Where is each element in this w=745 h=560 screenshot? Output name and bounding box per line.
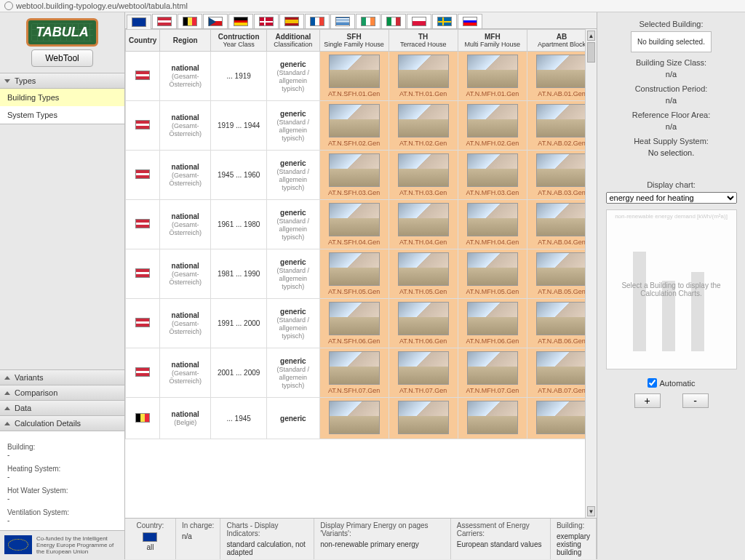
typology-grid: CountryRegionContructionYear ClassAdditi… [125, 29, 597, 439]
table-row: national(Gesamt-Österreich)... 1919gener… [126, 52, 597, 101]
building-code: AT.N.MFH.01.Gen [466, 90, 519, 97]
acc-types-header[interactable]: Types [0, 73, 124, 89]
table-row: national(Gesamt-Österreich)1991 ... 2000… [126, 299, 597, 348]
acc-calc-header[interactable]: Calculation Details [0, 416, 124, 431]
building-cell[interactable]: AT.N.SFH.02.Gen [319, 101, 389, 151]
scroll-thumb[interactable] [587, 42, 595, 63]
building-cell[interactable] [389, 398, 458, 439]
building-code: AT.N.MFH.02.Gen [466, 140, 519, 147]
building-code: AT.N.SFH.05.Gen [328, 288, 380, 295]
acc-variants-header[interactable]: Variants [0, 370, 124, 385]
country-tab-se[interactable] [432, 14, 457, 28]
building-cell[interactable]: AT.N.TH.05.Gen [389, 249, 458, 299]
building-code: AT.N.SFH.03.Gen [328, 189, 380, 196]
scroll-up-arrow-icon[interactable]: ▲ [587, 31, 595, 41]
flag-icon [135, 268, 150, 278]
building-cell[interactable] [319, 398, 389, 439]
flag-icon-pl [412, 17, 426, 26]
building-cell[interactable]: AT.N.MFH.07.Gen [458, 348, 527, 398]
building-thumb [467, 153, 518, 187]
selected-building-label: Selected Building: [639, 20, 703, 28]
building-thumb [536, 55, 587, 88]
building-code: AT.N.AB.01.Gen [538, 90, 585, 97]
table-row: national(Gesamt-Österreich)1919 ... 1944… [126, 101, 597, 151]
building-code: AT.N.TH.06.Gen [399, 337, 447, 345]
building-code: AT.N.SFH.06.Gen [328, 337, 380, 345]
building-cell[interactable]: AT.N.MFH.05.Gen [458, 249, 527, 299]
building-cell[interactable]: AT.N.MFH.06.Gen [458, 299, 527, 348]
building-cell[interactable]: AT.N.TH.07.Gen [389, 348, 458, 398]
building-code: AT.N.AB.02.Gen [538, 140, 585, 147]
flag-icon [135, 318, 150, 327]
webtool-button[interactable]: WebTool [31, 49, 92, 67]
building-cell[interactable]: AT.N.SFH.01.Gen [319, 52, 389, 101]
country-tab-it[interactable] [381, 14, 406, 28]
building-cell[interactable]: AT.N.SFH.03.Gen [319, 151, 389, 200]
country-tab-ie[interactable] [356, 14, 381, 28]
acc-data-header[interactable]: Data [0, 401, 124, 416]
nav-building-types[interactable]: Building Types [0, 89, 124, 106]
building-cell[interactable]: AT.N.TH.06.Gen [389, 299, 458, 348]
building-code: AT.N.TH.04.Gen [399, 239, 447, 246]
building-cell[interactable]: AT.N.SFH.06.Gen [319, 299, 389, 348]
country-tab-dk[interactable] [254, 14, 279, 28]
country-tab-fr[interactable] [305, 14, 330, 28]
building-thumb [329, 203, 380, 236]
building-thumb [329, 104, 380, 137]
building-thumb [467, 55, 518, 88]
acc-comparison-header[interactable]: Comparison [0, 385, 124, 401]
nav-system-types[interactable]: System Types [0, 106, 124, 124]
col-header: THTerraced House [389, 30, 458, 52]
building-cell[interactable]: AT.N.SFH.07.Gen [319, 348, 389, 398]
country-tab-cz[interactable] [203, 14, 228, 28]
flag-icon-dk [259, 17, 274, 26]
building-code: AT.N.TH.05.Gen [399, 288, 447, 295]
right-panel: Selected Building: No building selected.… [597, 12, 745, 559]
country-tab-si[interactable] [458, 14, 482, 28]
table-row: national(Gesamt-Österreich)1981 ... 1990… [126, 249, 597, 299]
building-cell[interactable]: AT.N.SFH.04.Gen [319, 200, 389, 249]
building-cell[interactable]: AT.N.MFH.04.Gen [458, 200, 527, 249]
display-chart-select[interactable]: energy need for heating [606, 192, 737, 204]
building-cell[interactable]: AT.N.TH.04.Gen [389, 200, 458, 249]
building-code: AT.N.TH.01.Gen [399, 90, 447, 97]
flag-icon-gr [335, 17, 350, 26]
main-content: CountryRegionContructionYear ClassAdditi… [125, 12, 597, 559]
building-thumb [398, 401, 449, 434]
country-tab-eu[interactable] [127, 15, 151, 29]
scroll-down-arrow-icon[interactable]: ▼ [587, 506, 595, 516]
tabula-logo: TABULA [26, 18, 98, 47]
zoom-minus-button[interactable]: - [682, 393, 709, 408]
vertical-scrollbar[interactable]: ▲ ▼ [585, 29, 597, 518]
country-tab-pl[interactable] [407, 14, 431, 28]
building-thumb [536, 153, 587, 187]
country-tab-at[interactable] [152, 14, 177, 28]
building-cell[interactable]: AT.N.MFH.03.Gen [458, 151, 527, 200]
building-thumb [467, 203, 518, 236]
eu-flag-icon[interactable] [143, 532, 157, 542]
building-thumb [536, 203, 587, 236]
typology-grid-wrap[interactable]: CountryRegionContructionYear ClassAdditi… [125, 29, 597, 518]
country-tab-gr[interactable] [330, 14, 355, 28]
building-cell[interactable]: AT.N.MFH.02.Gen [458, 101, 527, 151]
flag-icon [135, 169, 150, 179]
building-cell[interactable]: AT.N.TH.03.Gen [389, 151, 458, 200]
col-header: MFHMulti Family House [458, 30, 527, 52]
table-row: national(Gesamt-Österreich)2001 ... 2009… [126, 348, 597, 398]
building-code: AT.N.TH.02.Gen [399, 140, 447, 147]
building-cell[interactable]: AT.N.MFH.01.Gen [458, 52, 527, 101]
automatic-checkbox[interactable]: Automatic [648, 378, 696, 388]
building-cell[interactable]: AT.N.TH.01.Gen [389, 52, 458, 101]
building-code: AT.N.TH.03.Gen [399, 189, 447, 196]
building-cell[interactable] [458, 398, 527, 439]
col-header: Country [126, 30, 160, 52]
col-header: AdditionalClassification [267, 30, 319, 52]
building-code: AT.N.AB.05.Gen [538, 288, 585, 295]
country-tab-de[interactable] [228, 14, 253, 28]
country-tab-be[interactable] [178, 14, 202, 28]
building-cell[interactable]: AT.N.SFH.05.Gen [319, 249, 389, 299]
country-tab-es[interactable] [279, 14, 304, 28]
zoom-plus-button[interactable]: + [634, 393, 661, 408]
building-code: AT.N.SFH.01.Gen [328, 90, 380, 97]
building-cell[interactable]: AT.N.TH.02.Gen [389, 101, 458, 151]
